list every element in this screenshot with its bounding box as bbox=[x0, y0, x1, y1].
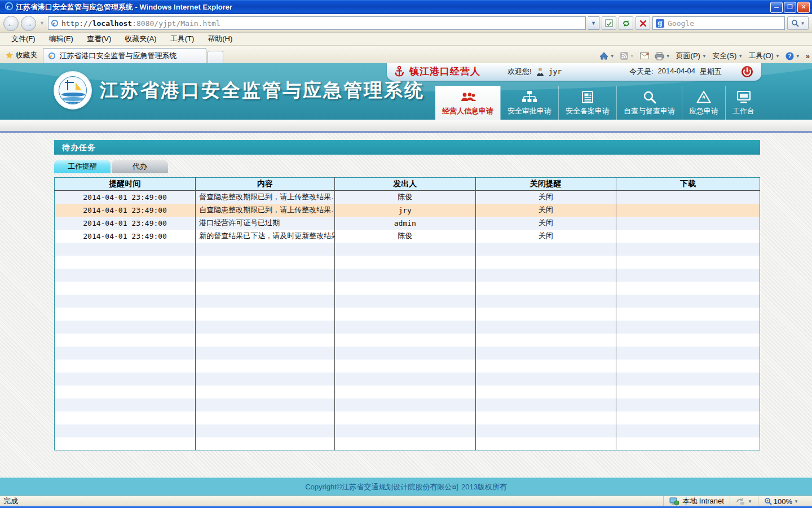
tools-menu[interactable]: 工具(O)▼ bbox=[748, 51, 780, 61]
browser-window: e 江苏省港口安全监管与应急管理系统 - Windows Internet Ex… bbox=[0, 0, 812, 508]
empty-cell bbox=[334, 398, 475, 411]
empty-cell bbox=[334, 386, 475, 398]
status-bar: 完成 本地 Intranet ▼ 100% ▼ bbox=[0, 496, 812, 508]
minimize-button[interactable]: ─ bbox=[770, 2, 783, 13]
resize-grip[interactable] bbox=[804, 496, 812, 506]
system-title: 江苏省港口安全监管与应急管理系统 bbox=[100, 78, 425, 103]
page-menu[interactable]: 页面(P)▼ bbox=[676, 51, 707, 61]
empty-cell bbox=[616, 347, 760, 360]
menu-item-2[interactable]: 查看(V) bbox=[80, 33, 118, 45]
back-button[interactable]: ← bbox=[3, 16, 19, 31]
browser-tab[interactable]: e 江苏省港口安全监管与应急管理系统 bbox=[43, 48, 206, 63]
table-row: 2014-04-01 23:49:00自查隐患整改期限已到，请上传整改结果…jr… bbox=[55, 204, 760, 217]
cell-close[interactable]: 关闭 bbox=[475, 230, 616, 243]
cell-close[interactable]: 关闭 bbox=[475, 204, 616, 217]
close-button[interactable]: ✕ bbox=[797, 2, 810, 13]
protected-mode-button[interactable]: ▼ bbox=[730, 496, 758, 506]
forward-button[interactable]: → bbox=[21, 16, 36, 31]
overflow-chevron-icon[interactable]: » bbox=[806, 52, 810, 60]
workbench-icon bbox=[736, 90, 752, 104]
empty-cell bbox=[334, 295, 475, 308]
cell-close[interactable]: 关闭 bbox=[475, 191, 616, 204]
column-header-4: 下载 bbox=[616, 178, 760, 191]
mail-button[interactable] bbox=[640, 52, 649, 59]
empty-cell bbox=[616, 437, 760, 450]
stop-button[interactable] bbox=[636, 16, 650, 30]
nav-label: 经营人信息申请 bbox=[442, 106, 493, 116]
help-button[interactable]: ? ▼ bbox=[785, 52, 800, 60]
empty-row bbox=[55, 360, 760, 373]
nav-item-0[interactable]: 经营人信息申请 bbox=[435, 86, 500, 120]
print-button[interactable]: ▼ bbox=[655, 52, 670, 60]
search-placeholder: Google bbox=[668, 19, 694, 28]
cell-close[interactable]: 关闭 bbox=[475, 217, 616, 230]
empty-cell bbox=[334, 437, 475, 450]
empty-cell bbox=[55, 411, 196, 424]
empty-row bbox=[55, 411, 760, 424]
nav-label: 自查与督查申请 bbox=[624, 106, 675, 116]
empty-cell bbox=[55, 373, 196, 386]
security-menu[interactable]: 安全(S)▼ bbox=[712, 51, 743, 61]
zoom-control[interactable]: 100% ▼ bbox=[758, 496, 804, 506]
address-dropdown-button[interactable]: ▼ bbox=[588, 16, 599, 30]
zone-label: 本地 Intranet bbox=[682, 496, 724, 506]
history-dropdown-icon[interactable]: ▼ bbox=[39, 20, 45, 26]
user-icon bbox=[536, 67, 544, 76]
empty-cell bbox=[475, 360, 616, 373]
empty-cell bbox=[334, 347, 475, 360]
sub-toolbar-strip bbox=[0, 120, 812, 133]
menu-item-0[interactable]: 文件(F) bbox=[5, 33, 42, 45]
empty-cell bbox=[55, 308, 196, 321]
column-header-1: 内容 bbox=[196, 178, 334, 191]
refresh-button[interactable] bbox=[619, 16, 633, 30]
favorites-button[interactable]: ★ 收藏夹 bbox=[2, 50, 43, 63]
empty-cell bbox=[475, 334, 616, 347]
star-icon: ★ bbox=[6, 50, 13, 60]
empty-cell bbox=[616, 334, 760, 347]
site-logo bbox=[54, 71, 92, 110]
nav-label: 工作台 bbox=[732, 106, 754, 116]
empty-cell bbox=[196, 295, 334, 308]
nav-item-3[interactable]: 自查与督查申请 bbox=[616, 86, 682, 120]
menu-item-1[interactable]: 编辑(E) bbox=[42, 33, 80, 45]
empty-cell bbox=[55, 269, 196, 282]
search-button[interactable]: ▼ bbox=[787, 16, 809, 30]
menu-item-3[interactable]: 收藏夹(A) bbox=[118, 33, 163, 45]
site-header: 江苏省港口安全监管与应急管理系统 镇江港口经营人 欢迎您! jyr 今天是:20… bbox=[0, 63, 812, 120]
home-button[interactable]: ▼ bbox=[599, 52, 615, 60]
content-tab-1[interactable]: 代办 bbox=[112, 160, 168, 173]
restore-button[interactable]: ❐ bbox=[784, 2, 796, 13]
feeds-button[interactable]: ▼ bbox=[620, 52, 634, 60]
empty-row bbox=[55, 386, 760, 398]
address-bar[interactable]: e http://localhost:8080/yjpt/Main.html bbox=[48, 16, 586, 30]
new-tab-stub[interactable] bbox=[208, 51, 223, 63]
cell-content: 新的督查结果已下达，请及时更新整改结果 bbox=[196, 230, 334, 243]
cell-sender: jry bbox=[334, 204, 475, 217]
empty-cell bbox=[334, 334, 475, 347]
search-box[interactable]: g Google bbox=[652, 16, 785, 30]
search-dropdown-icon[interactable]: ▼ bbox=[801, 21, 805, 26]
empty-row bbox=[55, 321, 760, 334]
nav-item-1[interactable]: 安全审批申请 bbox=[500, 86, 558, 120]
url-text: http://localhost:8080/yjpt/Main.html bbox=[61, 19, 220, 28]
empty-cell bbox=[334, 424, 475, 437]
empty-cell bbox=[475, 269, 616, 282]
table-row: 2014-04-01 23:49:00督查隐患整改期限已到，请上传整改结果…陈俊… bbox=[55, 191, 760, 204]
empty-cell bbox=[55, 398, 196, 411]
cell-download bbox=[616, 230, 760, 243]
nav-label: 安全备案申请 bbox=[566, 106, 610, 116]
column-header-2: 发出人 bbox=[334, 178, 475, 191]
empty-cell bbox=[196, 360, 334, 373]
nav-item-4[interactable]: 应急申请 bbox=[682, 86, 725, 120]
menu-item-5[interactable]: 帮助(H) bbox=[201, 33, 239, 45]
nav-item-2[interactable]: 安全备案申请 bbox=[558, 86, 616, 120]
content-tabs: 工作提醒代办 bbox=[54, 160, 812, 173]
nav-label: 安全审批申请 bbox=[508, 106, 551, 116]
content-tab-0[interactable]: 工作提醒 bbox=[54, 160, 111, 173]
compatibility-view-button[interactable] bbox=[602, 16, 616, 30]
tab-title: 江苏省港口安全监管与应急管理系统 bbox=[59, 51, 176, 61]
empty-cell bbox=[334, 269, 475, 282]
nav-item-5[interactable]: 工作台 bbox=[725, 86, 761, 120]
menu-item-4[interactable]: 工具(T) bbox=[164, 33, 201, 45]
logout-power-icon[interactable] bbox=[741, 65, 753, 78]
